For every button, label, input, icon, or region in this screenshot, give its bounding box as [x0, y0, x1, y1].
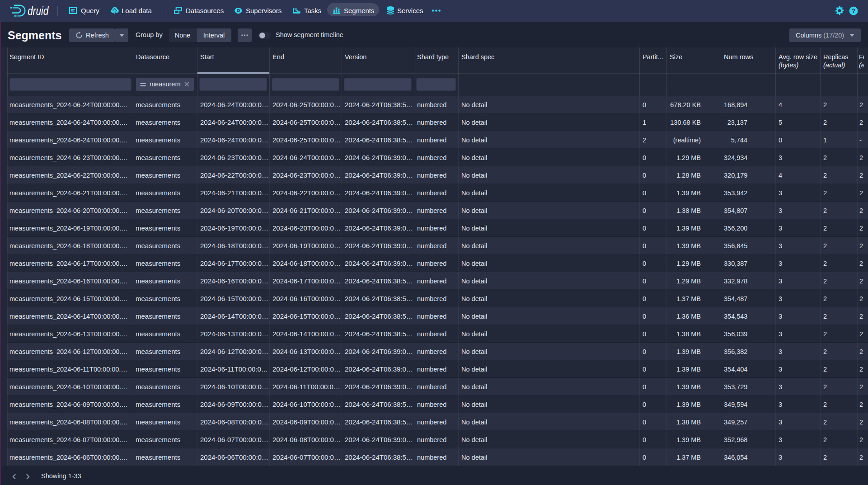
svg-text:?: ? [852, 7, 856, 14]
